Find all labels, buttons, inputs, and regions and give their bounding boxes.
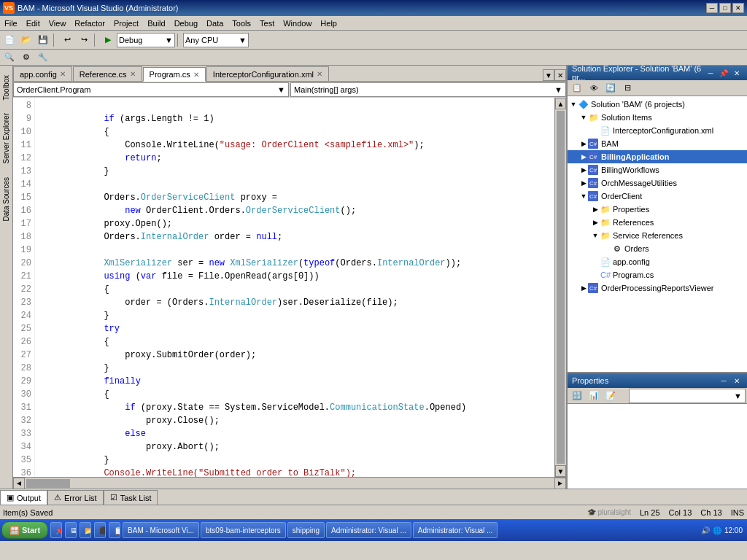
code-area[interactable]: 89101112 1314151617 1819202122 232425262…: [13, 98, 566, 477]
menu-file[interactable]: File: [0, 16, 22, 30]
save-button[interactable]: 💾: [35, 33, 51, 47]
menu-help[interactable]: Help: [316, 16, 341, 30]
data-sources-tab[interactable]: Data Sources: [0, 171, 12, 228]
tree-item-interceptor-xml[interactable]: 📄 InterceptorConfiguration.xml: [568, 124, 747, 137]
hscroll-thumb[interactable]: [26, 479, 70, 488]
menu-tools[interactable]: Tools: [228, 16, 255, 30]
tree-item-solution[interactable]: ▼ 🔷 Solution 'BAM' (6 projects): [568, 98, 747, 111]
scroll-left-button[interactable]: ◄: [13, 478, 25, 489]
se-show-all-button[interactable]: 👁: [586, 81, 602, 96]
start-button[interactable]: 🪟 Start: [1, 521, 48, 539]
tree-item-billing-workflows[interactable]: ▶ C# BillingWorkflows: [568, 163, 747, 176]
expand-icon[interactable]: ▶: [591, 205, 600, 214]
vertical-scrollbar[interactable]: ▲ ▼: [554, 98, 566, 477]
tree-item-reports-viewer[interactable]: ▶ C# OrderProcessingReportsViewer: [568, 281, 747, 295]
new-button[interactable]: 📄: [1, 33, 18, 47]
taskbar-item-3[interactable]: 📂: [80, 522, 91, 538]
scroll-down-button[interactable]: ▼: [555, 465, 566, 477]
expand-icon[interactable]: ▼: [579, 113, 588, 122]
toolbox-tab[interactable]: Toolbox: [0, 69, 12, 106]
se-collapse-button[interactable]: ⊟: [619, 81, 635, 96]
close-all-tabs-button[interactable]: ✕: [554, 69, 566, 81]
prop-pages-button[interactable]: 📝: [603, 389, 619, 403]
close-button[interactable]: ✕: [732, 3, 744, 13]
taskbar-admin-vs-1[interactable]: Administrator: Visual ...: [326, 522, 411, 538]
task-list-tab[interactable]: ☑ Task List: [104, 490, 158, 505]
menu-project[interactable]: Project: [109, 16, 143, 30]
tb2-btn1[interactable]: 🔍: [1, 50, 18, 65]
debug-config-dropdown[interactable]: Debug ▼: [117, 33, 175, 47]
expand-icon[interactable]: ▼: [591, 231, 600, 240]
tab-list-button[interactable]: ▼: [543, 69, 554, 81]
tab-control-buttons[interactable]: ▼ ✕: [543, 69, 566, 81]
scroll-right-button[interactable]: ►: [554, 478, 566, 489]
tab-close-icon[interactable]: ✕: [130, 70, 136, 78]
menu-edit[interactable]: Edit: [22, 16, 44, 30]
scroll-thumb[interactable]: [557, 111, 565, 464]
menu-debug[interactable]: Debug: [170, 16, 202, 30]
taskbar-item-5[interactable]: 📋: [109, 522, 120, 538]
tree-item-orch[interactable]: ▶ C# OrchMessageUtilities: [568, 176, 747, 190]
tree-item-references[interactable]: ▶ 📁 References: [568, 216, 747, 229]
taskbar-shipping[interactable]: shipping: [287, 522, 325, 538]
tab-close-icon[interactable]: ✕: [60, 70, 66, 78]
tab-interceptor-config[interactable]: InterceptorConfiguration.xml ✕: [206, 66, 329, 81]
tb2-btn2[interactable]: ⚙: [18, 50, 34, 65]
tree-item-order-client[interactable]: ▼ C# OrderClient: [568, 190, 747, 203]
menu-view[interactable]: View: [44, 16, 71, 30]
tb2-btn3[interactable]: 🔧: [35, 50, 51, 65]
open-button[interactable]: 📂: [18, 33, 34, 47]
properties-dropdown[interactable]: ▼: [629, 389, 746, 403]
class-dropdown[interactable]: OrderClient.Program ▼: [13, 82, 289, 97]
taskbar-item-4[interactable]: ⬛: [94, 522, 106, 538]
tree-item-program-cs[interactable]: C# Program.cs: [568, 268, 747, 281]
expand-icon[interactable]: ▶: [579, 139, 588, 148]
expand-icon[interactable]: ▶: [579, 166, 588, 174]
expand-icon[interactable]: ▶: [579, 152, 588, 161]
prop-close-button[interactable]: ✕: [731, 375, 743, 386]
tree-item-orders[interactable]: ⚙ Orders: [568, 242, 747, 255]
tree-item-properties[interactable]: ▶ 📁 Properties: [568, 203, 747, 216]
expand-icon[interactable]: ▼: [569, 100, 578, 109]
prop-sort-button[interactable]: 🔡: [569, 389, 585, 403]
se-refresh-button[interactable]: 🔄: [603, 81, 619, 96]
tree-item-app-config[interactable]: 📄 app.config: [568, 255, 747, 268]
tab-close-icon[interactable]: ✕: [317, 70, 322, 78]
server-explorer-tab[interactable]: Server Explorer: [0, 106, 12, 170]
tab-program-cs[interactable]: Program.cs ✕: [143, 67, 206, 82]
taskbar-interceptors[interactable]: bts09-bam-interceptors: [201, 522, 286, 538]
taskbar-item-1[interactable]: 📌: [50, 522, 62, 538]
maximize-button[interactable]: □: [719, 3, 731, 13]
tree-item-service-references[interactable]: ▼ 📁 Service References: [568, 229, 747, 242]
tab-close-icon[interactable]: ✕: [193, 71, 199, 79]
menu-refactor[interactable]: Refactor: [70, 16, 109, 30]
code-content[interactable]: if (args.Length != 1) { Console.WriteLin…: [35, 98, 554, 477]
tree-item-solution-items[interactable]: ▼ 📁 Solution Items: [568, 111, 747, 124]
start-debug-button[interactable]: ▶: [100, 33, 116, 47]
horizontal-scrollbar[interactable]: ◄ ►: [13, 477, 566, 489]
hscroll-track[interactable]: [25, 478, 554, 489]
expand-icon[interactable]: ▼: [579, 192, 588, 201]
tab-app-config[interactable]: app.config ✕: [13, 66, 72, 81]
method-dropdown[interactable]: Main(string[] args) ▼: [290, 82, 566, 97]
taskbar-vs-bam[interactable]: BAM - Microsoft Vi...: [123, 522, 199, 538]
se-properties-button[interactable]: 📋: [569, 81, 585, 96]
menu-window[interactable]: Window: [279, 16, 316, 30]
tree-item-billing-app[interactable]: ▶ C# BillingApplication: [568, 150, 747, 163]
expand-icon[interactable]: ▶: [579, 284, 588, 292]
taskbar-item-2[interactable]: 🖥: [65, 522, 77, 538]
expand-icon[interactable]: ▶: [591, 218, 600, 227]
prop-category-button[interactable]: 📊: [586, 389, 602, 403]
se-pin-button[interactable]: 📌: [718, 67, 729, 79]
menu-data[interactable]: Data: [202, 16, 228, 30]
expand-icon[interactable]: ▶: [579, 179, 588, 187]
se-close-button[interactable]: ─: [705, 67, 716, 79]
menu-build[interactable]: Build: [143, 16, 169, 30]
tab-reference-cs[interactable]: Reference.cs ✕: [73, 66, 142, 81]
prop-minimize-button[interactable]: ─: [718, 375, 729, 386]
undo-button[interactable]: ↩: [59, 33, 75, 47]
menu-test[interactable]: Test: [255, 16, 279, 30]
minimize-button[interactable]: ─: [706, 3, 718, 13]
platform-dropdown[interactable]: Any CPU ▼: [183, 33, 249, 47]
redo-button[interactable]: ↪: [76, 33, 92, 47]
